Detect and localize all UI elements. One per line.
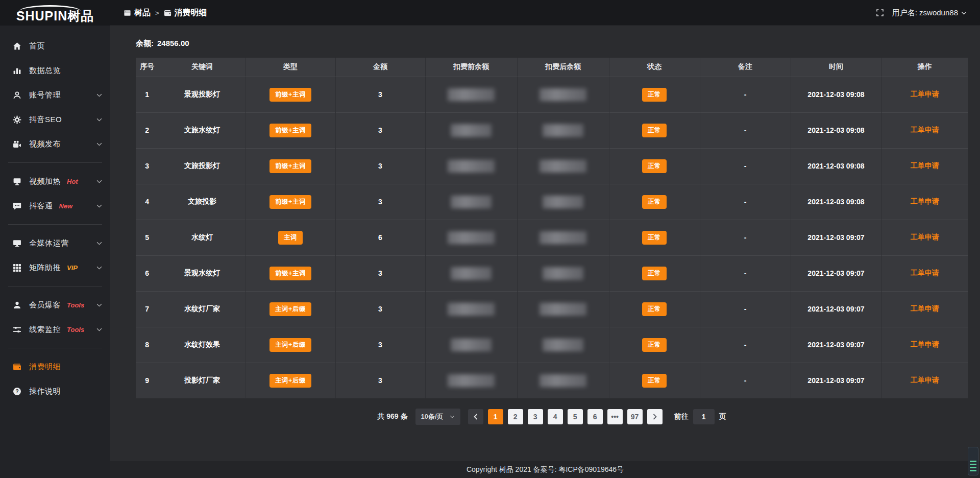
keyword-cell: 文旅水纹灯 (159, 112, 246, 148)
sidebar-item-account-management[interactable]: 账号管理 (0, 83, 110, 107)
table-row: 9 投影灯厂家 主词+后缀 3 正常 - 2021-12-03 09:07 工单… (136, 363, 968, 398)
page-button-6[interactable]: 6 (587, 409, 603, 424)
home-icon (12, 41, 21, 51)
type-badge: 前缀+主词 (270, 195, 311, 209)
table-row: 3 文旅投影灯 前缀+主词 3 正常 - 2021-12-03 09:08 工单… (136, 148, 968, 184)
masked-balance-after (540, 160, 586, 173)
app-logo: SHUPIN树品 (0, 0, 110, 26)
page-button-5[interactable]: 5 (568, 409, 583, 424)
work-order-link[interactable]: 工单申请 (911, 126, 939, 134)
sidebar-item-instructions[interactable]: ? 操作说明 (0, 379, 110, 403)
sidebar-item-consumption-detail[interactable]: 消费明细 (0, 354, 110, 379)
work-order-link[interactable]: 工单申请 (911, 90, 939, 98)
page-button-4[interactable]: 4 (548, 409, 563, 424)
sidebar-item-video-publish[interactable]: 视频发布 (0, 132, 110, 156)
page-button-2[interactable]: 2 (508, 409, 523, 424)
chevron-down-icon (450, 415, 455, 418)
status-badge: 正常 (642, 374, 667, 388)
app-window-icon (124, 9, 131, 17)
work-order-link[interactable]: 工单申请 (911, 376, 939, 384)
page-button-3[interactable]: 3 (528, 409, 543, 424)
work-order-link[interactable]: 工单申请 (911, 197, 939, 205)
col-header-index: 序号 (136, 58, 159, 77)
masked-balance-after (543, 339, 583, 351)
prev-page-button[interactable] (468, 409, 483, 424)
table-row: 7 水纹灯厂家 主词+后缀 3 正常 - 2021-12-03 09:07 工单… (136, 291, 968, 327)
gear-icon (12, 115, 21, 124)
goto-label: 前往 (674, 412, 689, 421)
masked-balance-before (451, 267, 492, 280)
table-row: 5 水纹灯 主词 6 正常 - 2021-12-03 09:07 工单申请 (136, 220, 968, 255)
status-badge: 正常 (642, 231, 667, 245)
chevron-down-icon (96, 142, 102, 146)
new-tag: New (59, 202, 73, 210)
user-menu[interactable]: 用户名: zswodun88 (892, 8, 967, 18)
chevron-down-icon (96, 93, 102, 97)
col-header-time: 时间 (791, 58, 881, 77)
sidebar-item-matrix-boost[interactable]: 矩阵助推 VIP (0, 255, 110, 280)
status-badge: 正常 (642, 267, 667, 280)
table-header-row: 序号 关键词 类型 金额 扣费前余额 扣费后余额 状态 备注 时间 操作 (136, 58, 968, 77)
table-row: 2 文旅水纹灯 前缀+主词 3 正常 - 2021-12-03 09:08 工单… (136, 112, 968, 148)
masked-balance-after (543, 124, 583, 137)
page-button-1[interactable]: 1 (488, 409, 503, 424)
keyword-cell: 文旅投影灯 (159, 148, 246, 184)
breadcrumb-current[interactable]: 消费明细 (164, 8, 207, 18)
chevron-down-icon (96, 303, 102, 307)
keyword-cell: 景观水纹灯 (159, 255, 246, 291)
sidebar-item-all-media[interactable]: 全媒体运营 (0, 231, 110, 255)
wallet-icon (12, 362, 21, 371)
comment-icon (12, 201, 21, 210)
chevron-down-icon (961, 11, 967, 15)
breadcrumb-home[interactable]: 树品 (124, 8, 151, 18)
work-order-link[interactable]: 工单申请 (911, 161, 939, 170)
page-ellipsis-button[interactable]: ••• (607, 409, 623, 424)
next-page-button[interactable] (647, 409, 663, 424)
tools-tag: Tools (67, 326, 84, 333)
video-camera-icon (12, 139, 21, 149)
masked-balance-after (543, 196, 583, 208)
col-header-keyword: 关键词 (159, 58, 246, 77)
masked-balance-before (451, 124, 492, 137)
sidebar-item-douketong[interactable]: 抖客通 New (0, 194, 110, 218)
goto-page-input[interactable] (693, 409, 715, 424)
sliders-icon (12, 325, 21, 334)
work-order-link[interactable]: 工单申请 (911, 233, 939, 241)
page-button-97[interactable]: 97 (627, 409, 643, 424)
masked-balance-before (451, 196, 492, 208)
wallet-icon (164, 9, 172, 17)
col-header-action: 操作 (881, 58, 968, 77)
keyword-cell: 景观投影灯 (159, 77, 246, 112)
sidebar-item-data-overview[interactable]: 数据总览 (0, 58, 110, 83)
footer: Copyright 树品 2021 备案号: 粤ICP备09019646号 (110, 461, 980, 478)
work-order-link[interactable]: 工单申请 (911, 269, 939, 277)
sidebar-item-home[interactable]: 首页 (0, 34, 110, 58)
table-row: 4 文旅投影 前缀+主词 3 正常 - 2021-12-03 09:08 工单申… (136, 184, 968, 220)
masked-balance-before (451, 339, 492, 351)
page-size-select[interactable]: 10条/页 (415, 409, 460, 425)
masked-balance-before (448, 88, 495, 101)
sidebar-item-video-heat[interactable]: 视频加热 Hot (0, 169, 110, 194)
masked-balance-before (448, 231, 495, 244)
member-icon (12, 300, 21, 309)
monitor-icon (12, 238, 21, 248)
masked-balance-after (543, 267, 583, 280)
col-header-amount: 金额 (335, 58, 425, 77)
sidebar-divider (8, 162, 102, 163)
work-order-link[interactable]: 工单申请 (911, 340, 939, 348)
status-badge: 正常 (642, 88, 667, 102)
type-badge: 主词 (278, 231, 303, 245)
chevron-down-icon (96, 328, 102, 331)
sidebar-item-lead-monitor[interactable]: 线索监控 Tools (0, 317, 110, 342)
balance-value: 24856.00 (157, 39, 189, 49)
masked-balance-after (540, 303, 586, 316)
type-badge: 前缀+主词 (270, 159, 311, 173)
sidebar-item-member-burst[interactable]: 会员爆客 Tools (0, 293, 110, 317)
topbar: SHUPIN树品 树品 > 消费明细 用户名: zswodun88 (0, 0, 980, 26)
type-badge: 前缀+主词 (270, 88, 311, 102)
fullscreen-icon[interactable] (876, 9, 884, 17)
floating-widget[interactable] (968, 447, 978, 475)
screen-icon (12, 177, 21, 186)
work-order-link[interactable]: 工单申请 (911, 304, 939, 313)
sidebar-item-douyin-seo[interactable]: 抖音SEO (0, 107, 110, 132)
